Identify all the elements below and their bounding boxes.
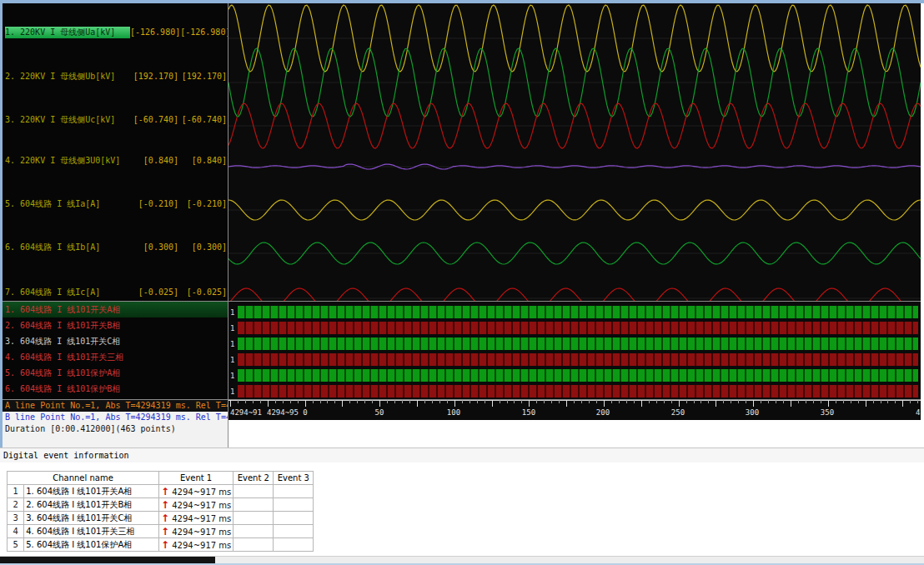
analog-channel-label: 1. 220KV I 母线侧Ua[kV] xyxy=(5,27,130,38)
horizontal-scrollbar[interactable] xyxy=(0,556,924,563)
event-channel-name: 2. 604线路 I 线101开关B相 xyxy=(24,498,159,512)
event2-cell xyxy=(234,485,274,498)
event-table-row[interactable]: 22. 604线路 I 线101开关B相↑ 4294~917 ms xyxy=(8,498,314,512)
cursor-status-panel: A line Point No.=1, Abs T=4294319 ms. Re… xyxy=(3,400,228,448)
analog-channel-row[interactable]: 7. 604线路 I 线Ic[A][-0.025][-0.025] xyxy=(3,286,228,298)
analog-channel-value-2: [-0.210] xyxy=(178,199,227,208)
analog-channel-label: 4. 220KV I 母线侧3U0[kV] xyxy=(5,155,130,167)
rising-edge-icon: ↑ xyxy=(161,486,169,498)
timeline-tick-label: 300 xyxy=(746,408,759,417)
timeline-tick-label: 50 xyxy=(375,408,384,417)
analog-channel-value-2: [-0.025] xyxy=(178,288,227,297)
event2-cell xyxy=(234,512,274,525)
analog-channel-value-2: [0.300] xyxy=(178,242,227,252)
event3-cell xyxy=(274,538,314,552)
analog-channel-value-1: [0.840] xyxy=(130,156,178,165)
rising-edge-icon: ↑ xyxy=(161,539,169,551)
digital-status-row: 1 xyxy=(230,336,921,352)
digital-channel-row[interactable]: 1. 604线路 I 线101开关A相 xyxy=(3,302,228,318)
analog-channel-value-1: [0.300] xyxy=(130,242,178,252)
analog-channel-value-1: [-0.025] xyxy=(130,288,178,297)
timeline-tick-label: 4 xyxy=(916,408,920,417)
analog-waveform-canvas[interactable] xyxy=(228,3,921,301)
waveform-panel[interactable] xyxy=(228,3,921,301)
analog-channel-value-2: [-60.740] xyxy=(178,115,227,124)
digital-state-value: 1 xyxy=(230,340,238,348)
digital-channel-row[interactable]: 3. 604线路 I 线101开关C相 xyxy=(3,333,228,349)
timeline-tick-label: 4294~95 xyxy=(267,408,299,417)
wave-analysis-window: 1. 220KV I 母线侧Ua[kV][-126.980][-126.980]… xyxy=(0,0,924,565)
event1-header: Event 1 xyxy=(159,472,234,485)
digital-channel-panel[interactable]: 1. 604线路 I 线101开关A相2. 604线路 I 线101开关B相3.… xyxy=(3,302,228,399)
event-row-number: 1 xyxy=(8,485,24,498)
digital-channel-row[interactable]: 6. 604线路 I 线101保护B相 xyxy=(3,381,228,397)
event-time: 4294~917 ms xyxy=(169,514,231,523)
analog-channel-label: 6. 604线路 I 线Ib[A] xyxy=(5,242,130,253)
event3-header: Event 3 xyxy=(274,472,314,485)
event-table-header-row: Channel name Event 1 Event 2 Event 3 xyxy=(8,472,314,485)
event-channel-name: 5. 604线路 I 线101保护A相 xyxy=(24,538,159,552)
digital-state-value: 1 xyxy=(230,356,238,364)
digital-status-panel[interactable]: 111111 xyxy=(228,302,921,399)
digital-status-row: 1 xyxy=(230,383,921,399)
analog-channel-value-1: [-60.740] xyxy=(130,115,178,124)
analog-channel-value-2: [192.170] xyxy=(178,72,227,81)
event-channel-name: 4. 604线路 I 线101开关三相 xyxy=(24,525,159,538)
scrollbar-thumb[interactable] xyxy=(0,557,215,563)
event-table-row[interactable]: 11. 604线路 I 线101开关A相↑ 4294~917 ms xyxy=(8,485,314,498)
duration-status: Duration [0:00.412000](463 points) xyxy=(3,423,228,435)
digital-status-bar[interactable] xyxy=(238,353,918,366)
time-axis[interactable]: 4294~914294~950501001502002503003504 xyxy=(228,400,921,420)
event-time: 4294~917 ms xyxy=(169,528,231,537)
analog-channel-row[interactable]: 2. 220KV I 母线侧Ub[kV][192.170][192.170] xyxy=(3,70,228,82)
event-time: 4294~917 ms xyxy=(169,488,231,497)
analog-channel-panel[interactable]: 1. 220KV I 母线侧Ua[kV][-126.980][-126.980]… xyxy=(3,3,228,301)
analog-channel-label: 7. 604线路 I 线Ic[A] xyxy=(5,287,130,298)
analog-channel-row[interactable]: 4. 220KV I 母线侧3U0[kV][0.840][0.840] xyxy=(3,154,228,167)
digital-state-value: 1 xyxy=(230,308,238,317)
digital-channel-row[interactable]: 2. 604线路 I 线101开关B相 xyxy=(3,318,228,333)
analog-channel-value-2: [0.840] xyxy=(178,156,227,165)
timeline-tick-label: 350 xyxy=(821,408,834,417)
event-channel-name: 1. 604线路 I 线101开关A相 xyxy=(24,485,159,498)
event2-header: Event 2 xyxy=(234,472,274,485)
digital-status-bar[interactable] xyxy=(238,369,918,382)
analog-waveform xyxy=(228,288,921,301)
channel-name-header: Channel name xyxy=(8,472,159,485)
timeline-tick-label: 4294~91 xyxy=(230,408,262,417)
event1-cell: ↑ 4294~917 ms xyxy=(159,512,234,525)
digital-event-header: Digital event information xyxy=(0,448,924,462)
digital-status-bar[interactable] xyxy=(238,385,918,398)
digital-state-value: 1 xyxy=(230,372,238,380)
analog-channel-label: 2. 220KV I 母线侧Ub[kV] xyxy=(5,71,130,82)
event1-cell: ↑ 4294~917 ms xyxy=(159,538,234,552)
digital-status-bar[interactable] xyxy=(238,322,918,334)
digital-channel-row[interactable]: 4. 604线路 I 线101开关三相 xyxy=(3,349,228,365)
analog-channel-row[interactable]: 3. 220KV I 母线侧Uc[kV][-60.740][-60.740] xyxy=(3,113,228,126)
digital-state-value: 1 xyxy=(230,324,238,332)
event-table-row[interactable]: 44. 604线路 I 线101开关三相↑ 4294~917 ms xyxy=(8,525,314,538)
digital-status-row: 1 xyxy=(230,320,921,336)
event-table-row[interactable]: 55. 604线路 I 线101保护A相↑ 4294~917 ms xyxy=(8,538,314,552)
digital-status-bar[interactable] xyxy=(238,338,918,350)
digital-channel-row[interactable]: 5. 604线路 I 线101保护A相 xyxy=(3,365,228,381)
analog-channel-row[interactable]: 5. 604线路 I 线Ia[A][-0.210][-0.210] xyxy=(3,198,228,210)
cursor-b-status: B line Point No.=1, Abs T=4294319 ms. Re… xyxy=(3,412,228,423)
event-row-number: 2 xyxy=(8,498,24,512)
digital-status-row: 1 xyxy=(230,352,921,368)
cursor-a-status: A line Point No.=1, Abs T=4294319 ms. Re… xyxy=(3,400,228,412)
event2-cell xyxy=(234,538,274,552)
analog-channel-row[interactable]: 6. 604线路 I 线Ib[A][0.300][0.300] xyxy=(3,241,228,253)
digital-event-table[interactable]: Channel name Event 1 Event 2 Event 3 11.… xyxy=(7,471,921,555)
analog-channel-label: 5. 604线路 I 线Ia[A] xyxy=(5,198,130,210)
event-table-row[interactable]: 33. 604线路 I 线101开关C相↑ 4294~917 ms xyxy=(8,512,314,525)
timeline-tick-label: 200 xyxy=(596,408,610,417)
timeline-tick-label: 250 xyxy=(671,408,685,417)
digital-status-bar[interactable] xyxy=(238,306,918,318)
timeline-tick-label: 0 xyxy=(303,408,307,417)
event3-cell xyxy=(274,498,314,512)
event-row-number: 4 xyxy=(8,525,24,538)
analog-channel-label: 3. 220KV I 母线侧Uc[kV] xyxy=(5,114,130,126)
event3-cell xyxy=(274,525,314,538)
analog-channel-row[interactable]: 1. 220KV I 母线侧Ua[kV][-126.980][-126.980] xyxy=(3,26,228,38)
